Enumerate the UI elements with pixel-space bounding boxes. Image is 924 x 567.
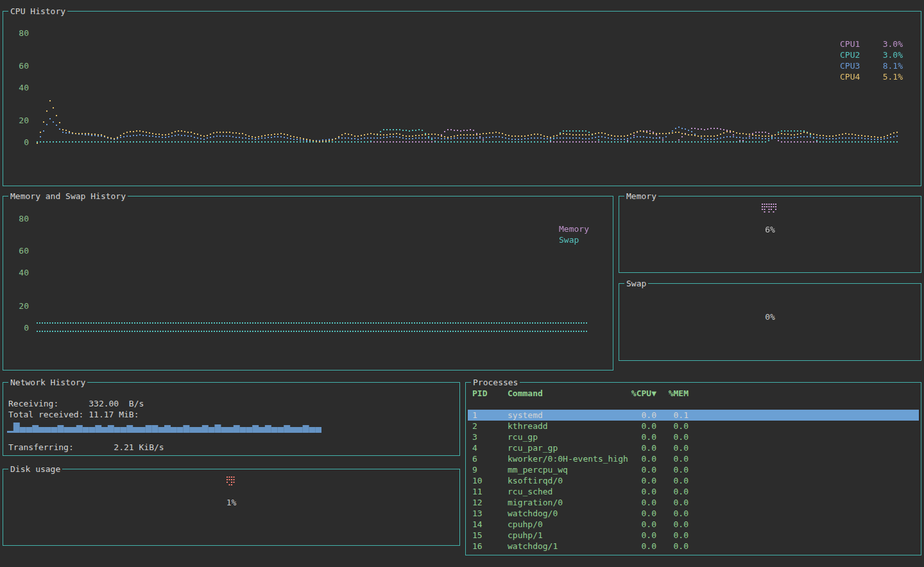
pid-column-header[interactable]: PID: [472, 388, 508, 399]
y-axis-tick: 20: [11, 115, 29, 126]
disk-percent: 1%: [3, 497, 459, 508]
process-row-selected[interactable]: 1systemd0.00.1: [468, 410, 919, 421]
process-mem: 0.0: [656, 497, 689, 508]
legend-entry: CPU38.1%: [840, 60, 903, 71]
process-mem: 0.0: [656, 541, 689, 552]
memory-swap-history-title: Memory and Swap History: [8, 191, 128, 202]
y-axis-tick: 40: [11, 267, 29, 278]
process-cpu: 0.0: [629, 464, 656, 475]
legend-value: 8.1%: [876, 60, 903, 71]
process-row[interactable]: 13watchdog/00.00.0: [468, 508, 919, 519]
process-mem: 0.0: [656, 475, 689, 486]
process-command: rcu_gp: [508, 432, 629, 442]
y-axis-tick: 0: [11, 322, 29, 333]
process-row[interactable]: 14cpuhp/00.00.0: [468, 519, 919, 530]
disk-usage-title: Disk usage: [8, 464, 62, 475]
legend-value: 3.0%: [876, 39, 903, 49]
process-cpu: 0.0: [629, 475, 656, 486]
process-pid: 14: [472, 519, 508, 530]
process-pid: 11: [472, 486, 508, 497]
y-axis-tick: 80: [11, 28, 29, 39]
process-pid: 3: [472, 432, 508, 442]
memory-swap-legend: MemorySwap: [559, 223, 595, 245]
process-pid: 16: [472, 541, 508, 552]
command-column-header[interactable]: Command: [508, 388, 629, 399]
cpu-history-chart: [37, 30, 898, 161]
legend-entry: Swap: [559, 234, 595, 245]
disk-gauge-dots-icon: [227, 476, 237, 487]
cpu-column-header-sorted[interactable]: %CPU▼: [629, 388, 656, 399]
legend-entry: Memory: [559, 223, 595, 234]
process-command: kthreadd: [508, 421, 629, 432]
system-monitor-dashboard: CPU History 806040200 CPU13.0%CPU23.0%CP…: [0, 0, 924, 567]
process-pid: 6: [472, 453, 508, 464]
process-cpu: 0.0: [629, 497, 656, 508]
process-row[interactable]: 16watchdog/10.00.0: [468, 541, 919, 552]
process-mem: 0.1: [656, 410, 689, 421]
legend-entry: CPU45.1%: [840, 71, 903, 82]
process-row[interactable]: 6kworker/0:0H-events_high0.00.0: [468, 453, 919, 464]
legend-label: CPU3: [840, 60, 876, 71]
process-pid: 15: [472, 530, 508, 541]
process-row[interactable]: 2kthreadd0.00.0: [468, 421, 919, 432]
process-command: systemd: [508, 410, 629, 421]
network-transferring-line: Transferring: 2.21 KiB/s: [8, 442, 164, 453]
memory-gauge-dots-icon: [762, 204, 778, 214]
network-rx-sparkline: [7, 419, 321, 433]
process-pid: 9: [472, 464, 508, 475]
network-history-title: Network History: [8, 377, 87, 388]
process-cpu: 0.0: [629, 453, 656, 464]
process-row[interactable]: 10ksoftirqd/00.00.0: [468, 475, 919, 486]
cpu-history-panel: CPU History 806040200 CPU13.0%CPU23.0%CP…: [3, 11, 921, 186]
process-cpu: 0.0: [629, 530, 656, 541]
memory-gauge-title: Memory: [624, 191, 658, 202]
process-table-header: PID Command %CPU▼ %MEM: [468, 388, 919, 399]
process-mem: 0.0: [656, 421, 689, 432]
legend-label: CPU4: [840, 71, 876, 82]
process-mem: 0.0: [656, 453, 689, 464]
process-command: mm_percpu_wq: [508, 464, 629, 475]
process-mem: 0.0: [656, 530, 689, 541]
process-cpu: 0.0: [629, 508, 656, 519]
swap-percent: 0%: [619, 311, 921, 322]
process-pid: 10: [472, 475, 508, 486]
process-row[interactable]: 9mm_percpu_wq0.00.0: [468, 464, 919, 475]
process-command: kworker/0:0H-events_high: [508, 453, 629, 464]
process-row[interactable]: 11rcu_sched0.00.0: [468, 486, 919, 497]
process-pid: 4: [472, 442, 508, 453]
legend-entry: CPU13.0%: [840, 39, 903, 49]
process-cpu: 0.0: [629, 421, 656, 432]
process-pid: 2: [472, 421, 508, 432]
process-row[interactable]: 4rcu_par_gp0.00.0: [468, 442, 919, 453]
cpu-history-panel-title: CPU History: [8, 6, 67, 17]
process-cpu: 0.0: [629, 541, 656, 552]
legend-value: 5.1%: [876, 71, 903, 82]
process-command: ksoftirqd/0: [508, 475, 629, 486]
processes-panel: Processes PID Command %CPU▼ %MEM 1system…: [465, 382, 921, 555]
process-mem: 0.0: [656, 486, 689, 497]
process-command: watchdog/1: [508, 541, 629, 552]
cpu-legend: CPU13.0%CPU23.0%CPU38.1%CPU45.1%: [840, 39, 903, 82]
process-pid: 1: [472, 410, 508, 421]
legend-label: CPU1: [840, 39, 876, 49]
swap-gauge-panel: Swap 0%: [619, 283, 921, 361]
legend-value: 3.0%: [876, 49, 903, 60]
process-mem: 0.0: [656, 519, 689, 530]
y-axis-tick: 80: [11, 213, 29, 224]
process-row[interactable]: 12migration/00.00.0: [468, 497, 919, 508]
process-row[interactable]: 15cpuhp/10.00.0: [468, 530, 919, 541]
network-history-panel: Network History Receiving: 332.00 B/s To…: [3, 382, 460, 456]
y-axis-tick: 20: [11, 301, 29, 311]
process-mem: 0.0: [656, 432, 689, 442]
legend-label: Swap: [559, 234, 595, 245]
memory-swap-chart: [37, 216, 588, 344]
process-cpu: 0.0: [629, 519, 656, 530]
process-row[interactable]: 3rcu_gp0.00.0: [468, 432, 919, 442]
process-cpu: 0.0: [629, 486, 656, 497]
process-pid: 13: [472, 508, 508, 519]
process-mem: 0.0: [656, 464, 689, 475]
process-mem: 0.0: [656, 442, 689, 453]
process-command: cpuhp/0: [508, 519, 629, 530]
mem-column-header[interactable]: %MEM: [656, 388, 689, 399]
legend-entry: CPU23.0%: [840, 49, 903, 60]
